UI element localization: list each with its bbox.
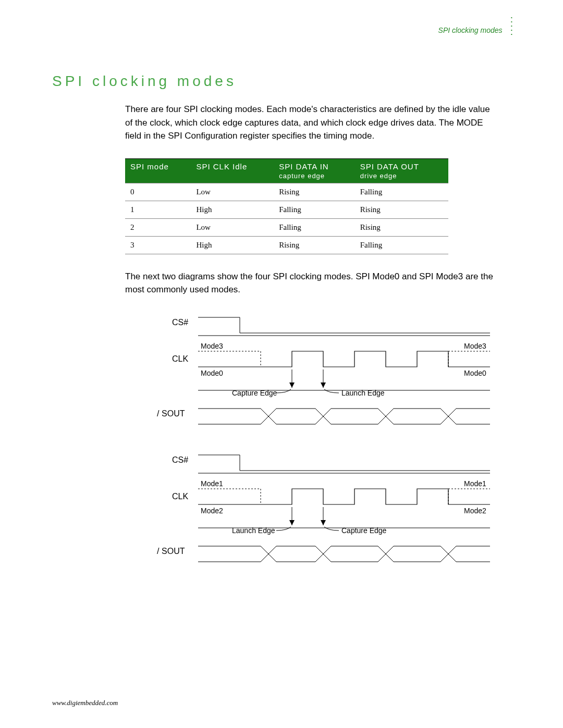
launch-edge-label: Launch Edge <box>232 526 275 535</box>
timing-diagram-2: CS# Mode1 Mode1 CLK Mode2 Mode2 Launch E… <box>156 450 480 577</box>
sin-sout-label: SIN / SOUT <box>156 547 185 556</box>
col-capture: SPI DATA IN capture edge <box>274 158 355 183</box>
mode-label-bot-left: Mode0 <box>201 369 223 377</box>
table-row: 3HighRisingFalling <box>125 236 448 254</box>
mode-label-top-right: Mode1 <box>464 479 486 488</box>
spi-modes-table: SPI mode SPI CLK Idle SPI DATA IN captur… <box>125 158 448 254</box>
header-corner: SPI clocking modes ••••• <box>438 16 516 36</box>
clk-label: CLK <box>172 354 188 363</box>
table-row: 2LowFallingRising <box>125 218 448 236</box>
table-row: 1HighFallingRising <box>125 201 448 218</box>
footer-url: www.digiembedded.com <box>52 699 118 707</box>
header-section-label: SPI clocking modes <box>438 26 503 34</box>
capture-edge-label: Capture Edge <box>232 389 277 397</box>
table-row: 0LowRisingFalling <box>125 183 448 201</box>
mode-label-top-left: Mode3 <box>201 342 223 350</box>
cs-label: CS# <box>172 455 188 464</box>
page-title: SPI clocking modes <box>52 73 511 90</box>
col-idle: SPI CLK Idle <box>191 158 274 183</box>
launch-edge-label: Launch Edge <box>341 389 385 397</box>
mode-label-top-right: Mode3 <box>464 342 486 350</box>
timing-diagram-1: CS# Mode3 Mode3 CLK Mode0 Mode0 <box>156 312 480 439</box>
mode-label-bot-left: Mode2 <box>201 507 223 515</box>
mode-label-bot-right: Mode0 <box>464 369 486 377</box>
cs-label: CS# <box>172 318 188 327</box>
intro-paragraph: There are four SPI clocking modes. Each … <box>125 103 495 143</box>
capture-edge-label: Capture Edge <box>341 526 387 535</box>
sin-sout-label: SIN / SOUT <box>156 409 185 418</box>
mode-label-top-left: Mode1 <box>201 479 223 488</box>
clk-label: CLK <box>172 492 188 501</box>
mode-label-bot-right: Mode2 <box>464 507 486 515</box>
col-mode: SPI mode <box>125 158 191 183</box>
col-drive: SPI DATA OUT drive edge <box>355 158 448 183</box>
mid-paragraph: The next two diagrams show the four SPI … <box>125 270 495 297</box>
